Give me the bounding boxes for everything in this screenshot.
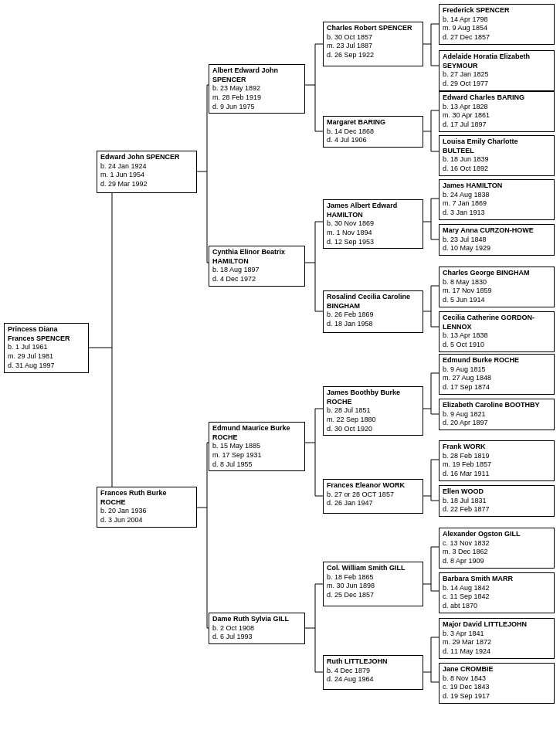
person-death-margaret_baring: d. 4 Jul 1906 xyxy=(327,136,367,144)
person-death-james_hamilton2: d. 3 Jan 1913 xyxy=(443,209,485,216)
person-death-major_david: d. 11 May 1924 xyxy=(443,647,490,655)
person-name-frances_work: Frances Eleanor WORK xyxy=(327,481,405,489)
person-name-ruth_littlejohn: Ruth LITTLEJOHN xyxy=(327,657,388,665)
person-name-jane_crombie: Jane CROMBIE xyxy=(443,665,494,673)
person-birth-albert_edward: b. 23 May 1892 xyxy=(212,84,260,92)
person-death-edward_john: d. 29 Mar 1992 xyxy=(100,180,148,188)
person-name-diana: Princess Diana Frances SPENCER xyxy=(8,325,70,342)
person-death-ruth_littlejohn: d. 24 Aug 1964 xyxy=(327,675,374,683)
person-death-edmund_roche: d. 8 Jul 1955 xyxy=(212,460,253,468)
person-birth-louisa: b. 18 Jun 1839 xyxy=(443,155,489,163)
person-jane_crombie: Jane CROMBIEb. 8 Nov 1843c. 19 Dec 1843d… xyxy=(439,663,555,704)
person-cecilia: Cecilia Catherine GORDON-LENNOXb. 13 Apr… xyxy=(439,311,555,352)
person-death-louisa: d. 16 Oct 1892 xyxy=(443,165,488,172)
person-birth-cecilia: b. 13 Apr 1838 xyxy=(443,331,488,339)
person-birth-ellen_wood: b. 18 Jul 1831 xyxy=(443,497,487,504)
person-birth-edward_baring: b. 13 Apr 1828 xyxy=(443,103,488,110)
person-marriage-albert_edward: m. 28 Feb 1919 xyxy=(212,93,261,101)
person-birth-mary_anna: b. 23 Jul 1848 xyxy=(443,236,487,243)
person-death-frank_work: d. 16 Mar 1911 xyxy=(443,470,490,477)
person-death-elizabeth_boothby: d. 20 Apr 1897 xyxy=(443,419,488,426)
person-james_hamilton: James Albert Edward HAMILTONb. 30 Nov 18… xyxy=(323,199,423,249)
person-dame_ruth: Dame Ruth Sylvia GILLb. 2 Oct 1908d. 6 J… xyxy=(209,613,305,644)
person-name-edmund_roche2: Edmund Burke ROCHE xyxy=(443,356,519,364)
person-james_hamilton2: James HAMILTONb. 24 Aug 1838m. 7 Jan 186… xyxy=(439,179,555,220)
person-name-mary_anna: Mary Anna CURZON-HOWE xyxy=(443,226,534,234)
person-ellen_wood: Ellen WOODb. 18 Jul 1831d. 22 Feb 1877 xyxy=(439,485,555,517)
person-marriage-edward_john: m. 1 Jun 1954 xyxy=(100,171,144,178)
person-birth-barbara_marr: b. 14 Aug 1842 xyxy=(443,584,490,592)
person-name-cynthia: Cynthia Elinor Beatrix HAMILTON xyxy=(212,248,285,265)
person-edward_baring: Edward Charles BARINGb. 13 Apr 1828m. 30… xyxy=(439,91,555,132)
person-birth-elizabeth_boothby: b. 9 Aug 1821 xyxy=(443,410,486,418)
person-birth-adelaide: b. 27 Jan 1825 xyxy=(443,70,489,78)
person-albert_edward: Albert Edward John SPENCERb. 23 May 1892… xyxy=(209,64,305,114)
person-death-col_william: d. 25 Dec 1857 xyxy=(327,591,374,599)
person-marriage-frederick_spencer: m. 9 Aug 1854 xyxy=(443,24,487,32)
person-name-charles_bingham: Charles George BINGHAM xyxy=(443,269,530,277)
person-name-edmund_roche: Edmund Maurice Burke ROCHE xyxy=(212,424,290,441)
person-death-frances_work: d. 26 Jan 1947 xyxy=(327,499,373,507)
person-mary_anna: Mary Anna CURZON-HOWEb. 23 Jul 1848d. 10… xyxy=(439,224,555,256)
person-birth-frances_work: b. 27 or 28 OCT 1857 xyxy=(327,491,394,498)
person-frank_work: Frank WORKb. 28 Feb 1819m. 19 Feb 1857d.… xyxy=(439,440,555,481)
person-marriage-col_william: m. 30 Jun 1898 xyxy=(327,582,375,589)
person-death-adelaide: d. 29 Oct 1977 xyxy=(443,80,488,87)
person-birth-edmund_roche2: b. 9 Aug 1815 xyxy=(443,365,486,373)
person-name-elizabeth_boothby: Elizabeth Caroline BOOTHBY xyxy=(443,401,540,409)
person-death-alexander_gill: d. 8 Apr 1909 xyxy=(443,557,484,565)
person-marriage-james_hamilton: m. 1 Nov 1894 xyxy=(327,229,372,236)
person-frederick_spencer: Frederick SPENCERb. 14 Apr 1798m. 9 Aug … xyxy=(439,4,555,45)
person-name-frank_work: Frank WORK xyxy=(443,443,486,450)
person-frances_ruth: Frances Ruth Burke ROCHEb. 20 Jan 1936d.… xyxy=(97,487,197,528)
person-edward_john: Edward John SPENCERb. 24 Jan 1924m. 1 Ju… xyxy=(97,151,197,193)
person-death-charles_bingham: d. 5 Jun 1914 xyxy=(443,296,485,304)
person-edmund_roche: Edmund Maurice Burke ROCHEb. 15 May 1885… xyxy=(209,422,305,471)
person-marriage-charles_robert: m. 23 Jul 1887 xyxy=(327,42,372,49)
person-marriage-edmund_roche: m. 17 Sep 1931 xyxy=(212,451,262,459)
person-marriage-jane_crombie: c. 19 Dec 1843 xyxy=(443,683,490,691)
person-name-frances_ruth: Frances Ruth Burke ROCHE xyxy=(100,489,167,506)
person-marriage-charles_bingham: m. 17 Nov 1859 xyxy=(443,287,492,294)
person-margaret_baring: Margaret BARINGb. 14 Dec 1868d. 4 Jul 19… xyxy=(323,116,423,148)
person-death-ellen_wood: d. 22 Feb 1877 xyxy=(443,505,490,513)
person-death-edward_baring: d. 17 Jul 1897 xyxy=(443,121,487,128)
person-name-louisa: Louisa Emily Charlotte BULTEEL xyxy=(443,138,518,154)
person-death-rosalind: d. 18 Jan 1958 xyxy=(327,320,373,328)
person-name-albert_edward: Albert Edward John SPENCER xyxy=(212,66,278,83)
person-death-albert_edward: d. 9 Jun 1975 xyxy=(212,103,255,110)
person-death-frederick_spencer: d. 27 Dec 1857 xyxy=(443,33,490,41)
person-alexander_gill: Alexander Ogston GILLc. 13 Nov 1832m. 3 … xyxy=(439,528,555,569)
person-diana: Princess Diana Frances SPENCERb. 1 Jul 1… xyxy=(4,323,89,373)
person-death-mary_anna: d. 10 May 1929 xyxy=(443,244,490,252)
person-marriage-major_david: m. 29 Mar 1872 xyxy=(443,638,491,646)
person-birth-edmund_roche: b. 15 May 1885 xyxy=(212,442,260,450)
person-name-edward_john: Edward John SPENCER xyxy=(100,153,180,161)
person-marriage-james_boothby: m. 22 Sep 1880 xyxy=(327,416,376,423)
person-death-dame_ruth: d. 6 Jul 1993 xyxy=(212,633,253,640)
person-marriage-alexander_gill: m. 3 Dec 1862 xyxy=(443,548,488,555)
person-death-charles_robert: d. 26 Sep 1922 xyxy=(327,51,374,59)
person-name-edward_baring: Edward Charles BARING xyxy=(443,93,524,101)
person-name-james_boothby: James Boothby Burke ROCHE xyxy=(327,389,400,406)
person-name-james_hamilton2: James HAMILTON xyxy=(443,182,502,189)
person-name-charles_robert: Charles Robert SPENCER xyxy=(327,24,412,32)
person-marriage-diana: m. 29 Jul 1981 xyxy=(8,352,53,360)
person-adelaide: Adelaide Horatia Elizabeth SEYMOURb. 27 … xyxy=(439,50,555,91)
person-birth-jane_crombie: b. 8 Nov 1843 xyxy=(443,674,486,682)
person-name-dame_ruth: Dame Ruth Sylvia GILL xyxy=(212,615,289,623)
person-frances_work: Frances Eleanor WORKb. 27 or 28 OCT 1857… xyxy=(323,479,423,514)
person-birth-frank_work: b. 28 Feb 1819 xyxy=(443,452,490,460)
person-death-james_boothby: d. 30 Oct 1920 xyxy=(327,425,372,433)
person-birth-james_hamilton: b. 30 Nov 1869 xyxy=(327,219,374,227)
person-name-margaret_baring: Margaret BARING xyxy=(327,118,385,126)
person-marriage-frank_work: m. 19 Feb 1857 xyxy=(443,460,491,468)
person-name-major_david: Major David LITTLEJOHN xyxy=(443,620,527,628)
person-birth-frances_ruth: b. 20 Jan 1936 xyxy=(100,507,147,514)
person-death-cynthia: d. 4 Dec 1972 xyxy=(212,275,256,283)
person-james_boothby: James Boothby Burke ROCHEb. 28 Jul 1851m… xyxy=(323,386,423,436)
person-marriage-edward_baring: m. 30 Apr 1861 xyxy=(443,111,490,119)
person-birth-james_boothby: b. 28 Jul 1851 xyxy=(327,406,371,414)
person-name-alexander_gill: Alexander Ogston GILL xyxy=(443,530,521,538)
person-name-col_william: Col. William Smith GILL xyxy=(327,564,405,572)
